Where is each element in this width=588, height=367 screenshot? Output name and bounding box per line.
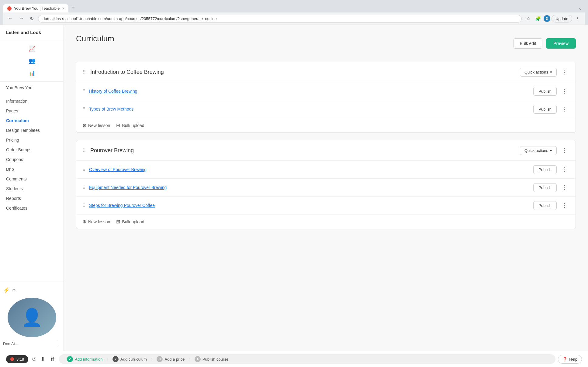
sidebar-item-comments[interactable]: Comments: [0, 174, 64, 184]
step-2[interactable]: 2 Add curriculum: [109, 356, 150, 362]
sidebar-item-students[interactable]: Students: [0, 184, 64, 194]
lesson-1-1-more-btn[interactable]: ⋮: [559, 87, 569, 96]
address-bar[interactable]: [38, 15, 522, 22]
lesson-2-2-drag[interactable]: ⠿: [82, 185, 85, 190]
quick-actions-label-1: Quick actions: [524, 70, 548, 74]
section-card-2: ⠿ Pourover Brewing Quick actions ▾ ⋮ ⠿ O…: [76, 140, 576, 229]
step-divider-1: ›: [107, 357, 108, 362]
bottom-bar: 3:18 ↺ ⏸ 🗑 ✓ Add information › 2 Add cur…: [0, 351, 588, 367]
tab-list-btn[interactable]: ⌄: [576, 3, 585, 12]
section-1-drag-handle[interactable]: ⠿: [82, 69, 86, 75]
help-button[interactable]: ❓ Help: [558, 355, 582, 364]
lesson-1-2-publish-btn[interactable]: Publish: [533, 105, 557, 114]
section-2-new-lesson-btn[interactable]: ⊕ New lesson: [82, 219, 110, 225]
section-1-new-lesson-btn[interactable]: ⊕ New lesson: [82, 122, 110, 128]
section-2-quick-actions-btn[interactable]: Quick actions ▾: [520, 146, 557, 155]
lesson-2-3-more-btn[interactable]: ⋮: [559, 201, 569, 210]
users-icon[interactable]: 👥: [26, 55, 37, 66]
new-lesson-label-2: New lesson: [88, 219, 110, 224]
lesson-2-1-title[interactable]: Overview of Pourover Brewing: [89, 167, 533, 172]
lesson-2-2-more-btn[interactable]: ⋮: [559, 183, 569, 192]
lesson-2-3-publish-btn[interactable]: Publish: [533, 201, 557, 210]
sidebar-item-design-templates[interactable]: Design Templates: [0, 125, 64, 135]
sidebar-item-curriculum[interactable]: Curriculum: [0, 116, 64, 125]
lesson-row-2-1: ⠿ Overview of Pourover Brewing Publish ⋮: [76, 161, 576, 179]
sidebar-item-order-bumps[interactable]: Order Bumps: [0, 145, 64, 155]
help-icon: ❓: [562, 357, 567, 362]
lesson-1-2-more-btn[interactable]: ⋮: [559, 105, 569, 114]
lesson-2-2-publish-btn[interactable]: Publish: [533, 183, 557, 192]
profile-dot[interactable]: D: [544, 15, 550, 22]
tab-favicon: [7, 6, 12, 11]
lesson-2-1-drag[interactable]: ⠿: [82, 167, 85, 172]
header-actions: Bulk edit Preview: [514, 38, 576, 49]
lesson-2-3-title[interactable]: Steps for Brewing Pourover Coffee: [89, 203, 533, 208]
sidebar-nav: Information Pages Curriculum Design Temp…: [0, 94, 64, 215]
reload-btn[interactable]: ↻: [28, 15, 36, 23]
section-2-bulk-upload-btn[interactable]: ⊞ Bulk upload: [116, 219, 144, 225]
recording-indicator: 3:18: [6, 355, 28, 363]
sidebar-item-coupons[interactable]: Coupons: [0, 155, 64, 164]
sidebar-item-information[interactable]: Information: [0, 96, 64, 106]
sidebar-item-pages[interactable]: Pages: [0, 106, 64, 116]
lesson-1-2-title[interactable]: Types of Brew Methods: [89, 107, 533, 111]
sidebar-item-drip[interactable]: Drip: [0, 164, 64, 174]
step-divider-2: ›: [151, 357, 153, 362]
sidebar-school-name: You Brew You: [0, 82, 64, 94]
bulk-edit-button[interactable]: Bulk edit: [514, 38, 543, 49]
tab-title: You Brew You | Teachable: [14, 6, 60, 11]
lesson-1-1-drag[interactable]: ⠿: [82, 89, 85, 94]
pause-btn[interactable]: ⏸: [40, 355, 47, 363]
lesson-1-2-drag[interactable]: ⠿: [82, 107, 85, 111]
lesson-2-1-publish-btn[interactable]: Publish: [533, 165, 557, 174]
sidebar-brand: Listen and Look: [0, 25, 64, 40]
step-1[interactable]: ✓ Add information: [64, 356, 105, 362]
lesson-row-2-2: ⠿ Equipment Needed for Pourover Brewing …: [76, 179, 576, 197]
reports-icon[interactable]: 📊: [26, 67, 37, 78]
step-4-num: 4: [195, 356, 201, 362]
extensions-icon[interactable]: 🧩: [534, 14, 542, 23]
preview-button[interactable]: Preview: [546, 38, 576, 49]
section-2-footer: ⊕ New lesson ⊞ Bulk upload: [76, 214, 576, 229]
rewind-btn[interactable]: ↺: [31, 355, 37, 363]
lesson-2-3-drag[interactable]: ⠿: [82, 203, 85, 208]
step-4[interactable]: 4 Publish course: [192, 356, 231, 362]
plus-icon-1: ⊕: [82, 122, 86, 128]
forward-btn[interactable]: →: [17, 15, 26, 22]
lesson-1-1-title[interactable]: History of Coffee Brewing: [89, 89, 533, 94]
webcam-video: 👤: [8, 298, 56, 337]
active-tab[interactable]: You Brew You | Teachable ×: [3, 4, 68, 12]
section-2-title: Pourover Brewing: [90, 147, 520, 154]
back-btn[interactable]: ←: [6, 15, 15, 22]
chevron-down-icon-1: ▾: [550, 70, 552, 74]
lesson-1-1-publish-btn[interactable]: Publish: [533, 87, 557, 96]
new-tab-btn[interactable]: +: [68, 2, 78, 12]
person-silhouette: 👤: [21, 307, 43, 328]
section-1-more-btn[interactable]: ⋮: [559, 67, 569, 77]
sidebar-item-certificates[interactable]: Certificates: [0, 203, 64, 213]
section-1-quick-actions-btn[interactable]: Quick actions ▾: [520, 68, 557, 77]
dashboard-icon[interactable]: 📈: [26, 43, 37, 54]
menu-icon[interactable]: ⋮: [573, 14, 582, 23]
section-1-bulk-upload-btn[interactable]: ⊞ Bulk upload: [116, 122, 144, 128]
section-2-header: ⠿ Pourover Brewing Quick actions ▾ ⋮: [76, 140, 576, 161]
step-3-num: 3: [157, 356, 163, 362]
lesson-2-1-more-btn[interactable]: ⋮: [559, 165, 569, 174]
sidebar-item-reports[interactable]: Reports: [0, 194, 64, 203]
trash-btn[interactable]: 🗑: [49, 355, 57, 363]
bookmark-icon[interactable]: ☆: [524, 14, 533, 23]
step-1-label: Add information: [75, 357, 102, 362]
video-more-btn[interactable]: ⋮: [56, 341, 61, 347]
section-2-drag-handle[interactable]: ⠿: [82, 148, 86, 153]
section-2-more-btn[interactable]: ⋮: [559, 146, 569, 155]
upload-icon-2: ⊞: [116, 219, 120, 225]
bolt-icon: ⚡: [3, 287, 10, 293]
sidebar-item-pricing[interactable]: Pricing: [0, 135, 64, 145]
integrations-icon[interactable]: ⚙: [12, 288, 16, 293]
tab-close-btn[interactable]: ×: [62, 6, 64, 11]
lesson-2-2-title[interactable]: Equipment Needed for Pourover Brewing: [89, 185, 533, 190]
update-button[interactable]: Update: [552, 15, 572, 22]
step-3[interactable]: 3 Add a price: [154, 356, 188, 362]
step-4-label: Publish course: [202, 357, 228, 362]
section-1-header: ⠿ Introduction to Coffee Brewing Quick a…: [76, 62, 576, 82]
